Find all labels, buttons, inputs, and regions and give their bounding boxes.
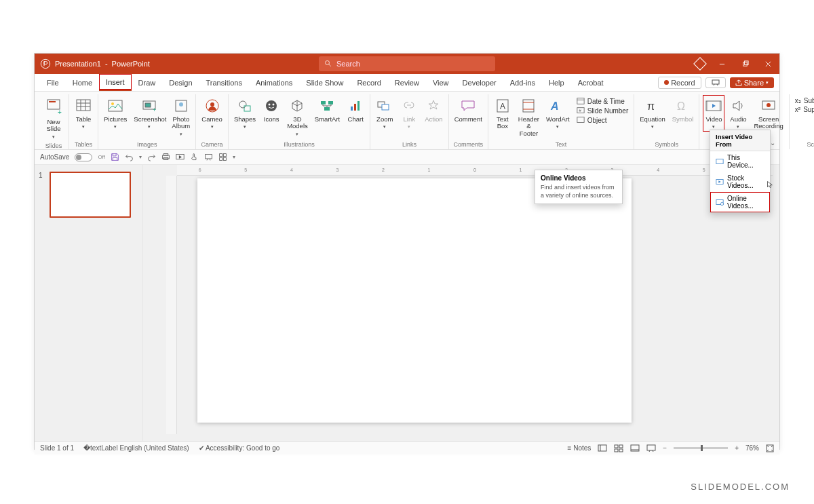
qat-from-beginning-icon[interactable] [176, 153, 185, 161]
mouse-cursor [767, 180, 775, 189]
smartart-button[interactable]: SmartArt [313, 96, 341, 124]
3d-models-button[interactable]: 3D Models▾ [286, 96, 309, 138]
accessibility-status[interactable]: ✔ Accessibility: Good to go [199, 444, 280, 452]
chart-button[interactable]: Chart [345, 96, 366, 124]
dropdown-online-videos[interactable]: Online Videos... [710, 192, 770, 212]
textbox-button[interactable]: AText Box [492, 96, 513, 132]
tab-developer[interactable]: Developer [456, 74, 503, 91]
slidenumber-button[interactable]: #Slide Number [577, 106, 629, 115]
tab-design[interactable]: Design [162, 74, 199, 91]
photo-album-button[interactable]: Photo Album▾ [170, 96, 191, 138]
tab-file[interactable]: File [40, 74, 66, 91]
svg-rect-56 [719, 101, 721, 111]
header-footer-button[interactable]: Header & Footer [517, 96, 541, 138]
zoom-out-button[interactable]: − [663, 444, 667, 452]
powerpoint-icon [40, 58, 51, 69]
tab-insert[interactable]: Insert [99, 74, 132, 91]
tab-record[interactable]: Record [350, 74, 387, 91]
ribbon-tabs: File Home Insert Draw Design Transitions… [35, 74, 779, 92]
comment-button[interactable]: Comment [453, 96, 484, 124]
minimize-button[interactable] [710, 54, 733, 74]
device-icon [716, 157, 724, 166]
icons-button[interactable]: Icons [261, 96, 282, 124]
text-extras: Date & Time #Slide Number Object [575, 96, 630, 125]
symbol-button[interactable]: ΩSymbol [671, 96, 695, 124]
notes-button[interactable]: ≡ Notes [568, 444, 592, 452]
redo-icon[interactable] [147, 153, 156, 161]
screen-recording-button[interactable]: Screen Recording [752, 96, 784, 132]
undo-icon[interactable] [125, 153, 134, 161]
dropdown-stock-videos[interactable]: Stock Videos... [710, 172, 770, 192]
svg-rect-5 [744, 60, 748, 64]
svg-point-1 [326, 61, 330, 65]
share-button[interactable]: Share▾ [730, 77, 774, 88]
tab-draw[interactable]: Draw [132, 74, 163, 91]
screenshot-button[interactable]: +Screenshot▾ [132, 96, 166, 131]
equation-button[interactable]: πEquation▾ [638, 96, 667, 131]
smartart-icon [319, 98, 335, 113]
svg-rect-40 [382, 104, 389, 110]
autosave-toggle[interactable] [75, 153, 92, 161]
link-button[interactable]: Link▾ [399, 96, 419, 131]
language-status[interactable]: �textLabel English (United States) [83, 444, 189, 452]
svg-rect-74 [615, 449, 618, 452]
video-button[interactable]: Video▾ [703, 96, 724, 131]
slide-thumbnails: 1 [35, 165, 143, 441]
fit-window-icon[interactable] [766, 444, 774, 452]
zoom-percent[interactable]: 76% [745, 444, 759, 452]
online-icon [716, 198, 724, 206]
close-button[interactable] [756, 54, 779, 74]
collapse-ribbon-button[interactable]: ⌄ [770, 139, 775, 147]
restore-button[interactable] [733, 54, 756, 74]
object-button[interactable]: Object [577, 116, 629, 124]
qat-print-icon[interactable] [161, 153, 170, 161]
new-slide-button[interactable]: +New Slide▾ [43, 96, 64, 141]
pictures-icon [107, 98, 123, 113]
sorter-view-icon[interactable] [614, 444, 623, 452]
svg-rect-12 [49, 101, 56, 102]
present-button[interactable] [705, 77, 726, 88]
normal-view-icon[interactable] [598, 444, 607, 452]
action-button[interactable]: Action [423, 96, 444, 124]
wordart-button[interactable]: AWordArt▾ [545, 96, 571, 131]
tab-addins[interactable]: Add-ins [503, 74, 542, 91]
cameo-button[interactable]: Cameo▾ [200, 96, 224, 131]
audio-button[interactable]: Audio▾ [728, 96, 748, 131]
reading-view-icon[interactable] [630, 444, 640, 452]
save-icon[interactable] [111, 153, 119, 161]
shapes-button[interactable]: Shapes▾ [233, 96, 257, 131]
search-box[interactable]: Search [319, 56, 495, 71]
svg-point-27 [210, 102, 214, 106]
pictures-button[interactable]: Pictures▾ [102, 96, 128, 131]
zoom-button[interactable]: Zoom▾ [374, 96, 395, 131]
tab-view[interactable]: View [426, 74, 456, 91]
tab-acrobat[interactable]: Acrobat [571, 74, 610, 91]
premium-icon[interactable] [693, 57, 707, 71]
svg-rect-73 [619, 445, 623, 448]
svg-rect-34 [328, 101, 333, 104]
datetime-button[interactable]: Date & Time [577, 97, 629, 105]
svg-point-30 [266, 100, 277, 111]
superscript-button[interactable]: x²Superscript [795, 106, 814, 113]
qat-grid-icon[interactable] [218, 153, 227, 161]
slide-canvas[interactable] [197, 178, 632, 423]
dropdown-this-device[interactable]: This Device... [710, 151, 770, 172]
tab-animations[interactable]: Animations [249, 74, 299, 91]
zoom-in-button[interactable]: + [735, 444, 739, 452]
zoom-slider[interactable] [674, 447, 728, 449]
tab-review[interactable]: Review [388, 74, 426, 91]
table-button[interactable]: Table▾ [73, 96, 94, 131]
slide-counter[interactable]: Slide 1 of 1 [40, 444, 74, 452]
svg-rect-63 [206, 154, 212, 159]
qat-touch-icon[interactable] [190, 153, 199, 161]
tab-transitions[interactable]: Transitions [199, 74, 249, 91]
tab-slideshow[interactable]: Slide Show [299, 74, 350, 91]
svg-rect-35 [324, 107, 330, 111]
tab-home[interactable]: Home [66, 74, 99, 91]
slideshow-view-icon[interactable] [646, 444, 656, 452]
subscript-button[interactable]: x₂Subscript [795, 97, 814, 104]
tab-help[interactable]: Help [542, 74, 571, 91]
record-button[interactable]: Record [658, 77, 701, 89]
thumbnail-1[interactable]: 1 [39, 172, 138, 218]
qat-present-icon[interactable] [204, 153, 213, 161]
